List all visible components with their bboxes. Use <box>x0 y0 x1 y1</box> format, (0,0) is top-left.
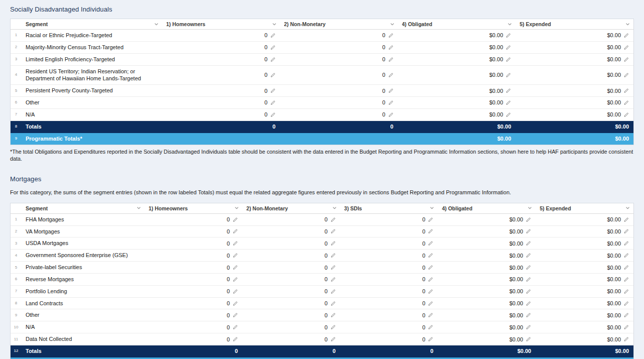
edit-icon[interactable] <box>270 57 276 62</box>
column-header-1-homeowners[interactable]: 1) Homeowners <box>162 21 280 27</box>
edit-icon[interactable] <box>270 33 276 38</box>
edit-icon[interactable] <box>526 253 531 258</box>
edit-icon[interactable] <box>388 88 394 93</box>
chevron-down-icon[interactable] <box>625 22 630 27</box>
edit-icon[interactable] <box>623 289 629 294</box>
edit-icon[interactable] <box>623 324 629 330</box>
edit-icon[interactable] <box>623 88 629 93</box>
edit-icon[interactable] <box>330 265 336 270</box>
edit-icon[interactable] <box>623 112 629 117</box>
edit-icon[interactable] <box>623 33 629 38</box>
edit-icon[interactable] <box>623 57 629 62</box>
chevron-down-icon[interactable] <box>137 206 141 210</box>
column-header-segment[interactable]: Segment <box>22 205 145 211</box>
edit-icon[interactable] <box>428 301 433 306</box>
edit-icon[interactable] <box>330 289 336 294</box>
edit-icon[interactable] <box>232 324 238 330</box>
chevron-down-icon[interactable] <box>154 22 159 27</box>
edit-icon[interactable] <box>526 217 531 222</box>
chevron-down-icon[interactable] <box>430 206 434 210</box>
edit-icon[interactable] <box>270 88 276 93</box>
edit-icon[interactable] <box>388 72 394 78</box>
chevron-down-icon[interactable] <box>390 22 395 27</box>
edit-icon[interactable] <box>623 228 629 234</box>
edit-icon[interactable] <box>623 312 629 318</box>
edit-icon[interactable] <box>330 217 336 222</box>
edit-icon[interactable] <box>505 33 511 38</box>
edit-icon[interactable] <box>428 289 433 294</box>
edit-icon[interactable] <box>270 112 276 117</box>
edit-icon[interactable] <box>330 277 336 282</box>
edit-icon[interactable] <box>623 45 629 50</box>
edit-icon[interactable] <box>330 336 336 342</box>
edit-icon[interactable] <box>330 312 336 318</box>
edit-icon[interactable] <box>428 217 433 222</box>
edit-icon[interactable] <box>428 253 433 258</box>
edit-icon[interactable] <box>505 57 511 62</box>
edit-icon[interactable] <box>232 277 238 282</box>
edit-icon[interactable] <box>623 241 629 246</box>
edit-icon[interactable] <box>232 265 238 270</box>
edit-icon[interactable] <box>623 301 629 306</box>
edit-icon[interactable] <box>388 57 394 62</box>
edit-icon[interactable] <box>505 112 511 117</box>
edit-icon[interactable] <box>232 228 238 234</box>
edit-icon[interactable] <box>526 301 531 306</box>
edit-icon[interactable] <box>428 265 433 270</box>
edit-icon[interactable] <box>232 217 238 222</box>
edit-icon[interactable] <box>232 241 238 246</box>
edit-icon[interactable] <box>526 289 531 294</box>
edit-icon[interactable] <box>428 336 433 342</box>
edit-icon[interactable] <box>330 301 336 306</box>
edit-icon[interactable] <box>526 277 531 282</box>
edit-icon[interactable] <box>270 45 276 50</box>
edit-icon[interactable] <box>623 265 629 270</box>
edit-icon[interactable] <box>330 241 336 246</box>
edit-icon[interactable] <box>505 100 511 105</box>
edit-icon[interactable] <box>388 33 394 38</box>
edit-icon[interactable] <box>526 228 531 234</box>
chevron-down-icon[interactable] <box>507 22 512 27</box>
edit-icon[interactable] <box>232 312 238 318</box>
edit-icon[interactable] <box>388 100 394 105</box>
edit-icon[interactable] <box>623 217 629 222</box>
edit-icon[interactable] <box>330 253 336 258</box>
column-header-4-obligated[interactable]: 4) Obligated <box>398 21 516 27</box>
edit-icon[interactable] <box>526 336 531 342</box>
column-header-5-expended[interactable]: 5) Expended <box>516 21 633 27</box>
edit-icon[interactable] <box>623 277 629 282</box>
edit-icon[interactable] <box>505 72 511 78</box>
edit-icon[interactable] <box>428 324 433 330</box>
edit-icon[interactable] <box>623 100 629 105</box>
edit-icon[interactable] <box>623 72 629 78</box>
column-header-segment[interactable]: Segment <box>22 21 162 27</box>
column-header-2-non-monetary[interactable]: 2) Non-Monetary <box>280 21 398 27</box>
edit-icon[interactable] <box>505 45 511 50</box>
edit-icon[interactable] <box>623 336 629 342</box>
edit-icon[interactable] <box>388 45 394 50</box>
edit-icon[interactable] <box>232 336 238 342</box>
column-header-5-expended[interactable]: 5) Expended <box>536 205 633 211</box>
chevron-down-icon[interactable] <box>332 206 337 210</box>
edit-icon[interactable] <box>388 112 394 117</box>
edit-icon[interactable] <box>428 277 433 282</box>
edit-icon[interactable] <box>330 228 336 234</box>
column-header-2-non-monetary[interactable]: 2) Non-Monetary <box>242 205 340 211</box>
edit-icon[interactable] <box>428 228 433 234</box>
edit-icon[interactable] <box>232 289 238 294</box>
edit-icon[interactable] <box>232 301 238 306</box>
edit-icon[interactable] <box>505 88 511 93</box>
edit-icon[interactable] <box>428 312 433 318</box>
edit-icon[interactable] <box>526 324 531 330</box>
edit-icon[interactable] <box>232 253 238 258</box>
edit-icon[interactable] <box>270 100 276 105</box>
chevron-down-icon[interactable] <box>528 206 532 210</box>
edit-icon[interactable] <box>623 253 629 258</box>
column-header-3-sdis[interactable]: 3) SDIs <box>340 205 438 211</box>
chevron-down-icon[interactable] <box>234 206 239 210</box>
edit-icon[interactable] <box>428 241 433 246</box>
edit-icon[interactable] <box>270 72 276 78</box>
chevron-down-icon[interactable] <box>625 206 630 210</box>
edit-icon[interactable] <box>526 312 531 318</box>
chevron-down-icon[interactable] <box>272 22 277 27</box>
